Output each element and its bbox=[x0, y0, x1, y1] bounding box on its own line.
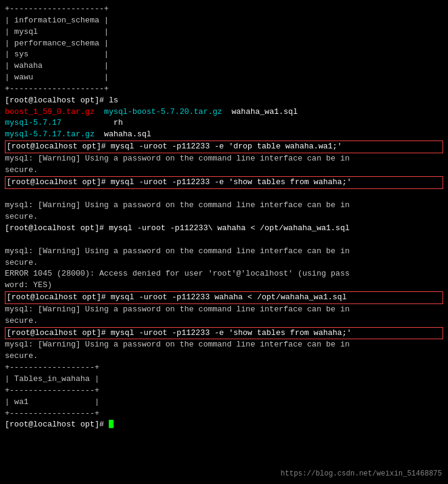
warning-line-4b: secure. bbox=[5, 316, 443, 327]
error-line-1: ERROR 1045 (28000): Access denied for us… bbox=[5, 268, 443, 280]
final-prompt: [root@localhost opt]# █ bbox=[5, 419, 443, 431]
terminal: +--------------------+ | information_sch… bbox=[5, 4, 443, 431]
warning-line-1b: secure. bbox=[5, 165, 443, 176]
blank-line-1 bbox=[5, 189, 443, 201]
warning-line-2a: mysql: [Warning] Using a password on the… bbox=[5, 200, 443, 211]
table-row-wa1: | wa1 | bbox=[5, 397, 443, 408]
blank-line-2 bbox=[5, 234, 443, 246]
warning-line-1a: mysql: [Warning] Using a password on the… bbox=[5, 153, 443, 165]
ls-row-2: mysql-5.7.17 rh bbox=[5, 118, 443, 129]
cmd-show-tables-2: [root@localhost opt]# mysql -uroot -p112… bbox=[5, 327, 443, 340]
line-sys: | sys | bbox=[5, 49, 443, 61]
ls-row-1: boost_1_59_0.tar.gz mysql-boost-5.7.20.t… bbox=[5, 107, 443, 118]
prompt-ls: [root@localhost opt]# ls bbox=[5, 95, 443, 107]
table-border-mid: +------------------+ bbox=[5, 385, 443, 397]
line-border-bot: +--------------------+ bbox=[5, 84, 443, 95]
cmd-drop-table: [root@localhost opt]# mysql -uroot -p112… bbox=[5, 141, 443, 153]
table-border-bot: +------------------+ bbox=[5, 408, 443, 420]
footer-url: https://blog.csdn.net/weixin_51468875 bbox=[281, 469, 442, 479]
cmd-redirect-correct: [root@localhost opt]# mysql -uroot -p112… bbox=[5, 291, 443, 304]
warning-line-3a: mysql: [Warning] Using a password on the… bbox=[5, 246, 443, 257]
cmd-redirect-backslash: [root@localhost opt]# mysql -uroot -p112… bbox=[5, 223, 443, 234]
cursor: █ bbox=[109, 420, 114, 429]
warning-line-5b: secure. bbox=[5, 351, 443, 362]
warning-line-5a: mysql: [Warning] Using a password on the… bbox=[5, 339, 443, 351]
line-perf-schema: | performance_schema | bbox=[5, 38, 443, 50]
line-wawu: | wawu | bbox=[5, 72, 443, 84]
warning-line-2b: secure. bbox=[5, 211, 443, 223]
warning-line-4a: mysql: [Warning] Using a password on the… bbox=[5, 304, 443, 316]
line-mysql: | mysql | bbox=[5, 27, 443, 38]
line-wahaha: | wahaha | bbox=[5, 61, 443, 72]
line-border-top: +--------------------+ bbox=[5, 4, 443, 15]
ls-row-3: mysql-5.7.17.tar.gz wahaha.sql bbox=[5, 129, 443, 141]
line-info-schema: | information_schema | bbox=[5, 15, 443, 27]
warning-line-3b: secure. bbox=[5, 257, 443, 269]
error-line-2: word: YES) bbox=[5, 280, 443, 291]
table-header: | Tables_in_wahaha | bbox=[5, 374, 443, 385]
table-border-top: +------------------+ bbox=[5, 362, 443, 374]
cmd-show-tables-1: [root@localhost opt]# mysql -uroot -p112… bbox=[5, 176, 443, 189]
